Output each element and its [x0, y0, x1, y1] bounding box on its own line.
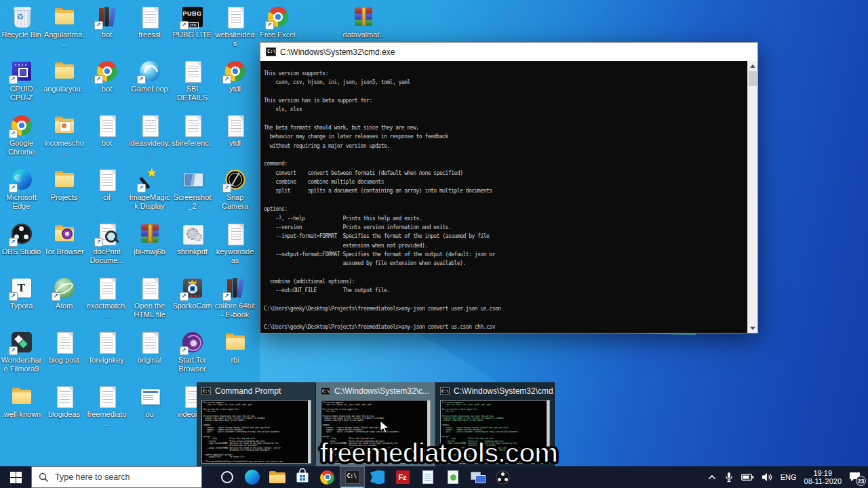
desktop-icon-angularima[interactable]: AngularIma...	[43, 5, 85, 47]
desktop-icon-gameloop[interactable]: ↗GameLoop	[128, 60, 171, 94]
desktop-icon-imagemagick-display[interactable]: ★↗ImageMagick Display	[128, 168, 171, 210]
winrar-icon	[350, 5, 377, 30]
desktop-icon-recycle-bin[interactable]: ♻Recycle Bin	[0, 5, 43, 39]
desktop-icon-screenshot-2[interactable]: Screenshot_2	[171, 168, 214, 210]
desktop-icon-ou[interactable]: ou	[128, 385, 171, 419]
close-icon[interactable]: ✕	[433, 386, 435, 396]
clock[interactable]: 19:19 08-11-2020	[804, 469, 842, 486]
taskbar-icon-file-explorer[interactable]	[264, 466, 290, 488]
desktop-icon-label: bot	[85, 30, 128, 39]
cmd-window[interactable]: C:\ C:\Windows\System32\cmd.exe This ver…	[260, 42, 758, 333]
desktop-icon-blog-post[interactable]: blog post	[43, 331, 85, 365]
desktop-icon-atom[interactable]: ↗Atom	[43, 277, 85, 310]
desktop-icon-free-excel[interactable]: ↗Free Excel	[256, 5, 299, 39]
desktop-icon-freessl[interactable]: freessl	[128, 5, 171, 39]
taskbar-icon-remote-desktop[interactable]	[465, 466, 490, 488]
scroll-down-icon[interactable]	[748, 323, 757, 333]
desktop-icon-label: GameLoop	[128, 85, 171, 94]
shortcut-arrow-icon: ↗	[94, 238, 103, 247]
notepad-icon	[422, 470, 433, 484]
preview-card-0[interactable]: C:\Command PromptThis version supports: …	[197, 382, 316, 466]
desktop-icon-exactmatch[interactable]: exactmatch...	[85, 277, 128, 319]
start-button[interactable]	[0, 466, 31, 488]
desktop-icon-bot[interactable]: ↗bot	[85, 60, 128, 94]
desktop-icon-original[interactable]: original	[128, 331, 171, 365]
battery-icon[interactable]	[741, 473, 754, 481]
taskbar-icon-edge[interactable]	[239, 466, 264, 488]
cmd-scrollbar[interactable]	[747, 61, 757, 333]
desktop-icon-ytdl[interactable]: ↗ytdl	[214, 60, 256, 94]
taskbar-icon-notepad-plus[interactable]	[440, 466, 465, 488]
desktop-icon-tor-browser[interactable]: Tor Browser	[43, 222, 85, 256]
desktop-icon-label: AngularIma...	[43, 30, 85, 47]
desktop-icon-cpuid-cpu-z[interactable]: ↗CPUID CPU-Z	[0, 60, 43, 102]
desktop-icon-google-chrome[interactable]: ↗Google Chrome	[0, 114, 43, 156]
desktop-icon-bot[interactable]: bot	[85, 114, 128, 148]
scrollbar-thumb[interactable]	[749, 71, 757, 86]
cmd-output-area[interactable]: This version supports: cson, csv, hjson,…	[260, 61, 748, 333]
desktop-icon-shrinkpdf[interactable]: shrinkpdf	[171, 222, 214, 256]
taskbar-icon-cortana[interactable]	[214, 466, 239, 488]
language-indicator[interactable]: ENG	[781, 473, 797, 481]
desktop-icon-foreignkey[interactable]: foreignkey	[85, 331, 128, 365]
preview-thumbnail[interactable]: This version supports: cson, csv, hjson,…	[201, 400, 311, 464]
preview-card-title: Command Prompt	[215, 386, 281, 396]
desktop-icon-docprint-docume[interactable]: ↗docPrint Docume...	[85, 222, 128, 264]
taskbar-icon-chrome[interactable]	[315, 466, 340, 488]
desktop-icon-bot[interactable]: ↗bot	[85, 5, 128, 39]
desktop-icon-ideasvideoy[interactable]: ideasvideoy...	[128, 114, 171, 156]
taskbar-icon-store[interactable]	[290, 466, 315, 488]
desktop-icon-websiteideas[interactable]: websiteideas	[214, 5, 256, 47]
taskbar-icon-obs[interactable]	[490, 466, 515, 488]
taskbar-icon-notepad[interactable]	[415, 466, 440, 488]
desktop-icon-open-the-html-file-i[interactable]: Open the HTML file i...	[128, 277, 171, 319]
shortcut-arrow-icon: ↗	[180, 346, 189, 355]
preview-thumbnail-text: This version supports: cson, csv, hjson,…	[202, 401, 311, 464]
doc-icon	[136, 114, 163, 138]
desktop-icon-angularyou[interactable]: angularyou...	[43, 60, 85, 102]
action-center-button[interactable]: 23	[849, 471, 863, 483]
obs-icon	[496, 470, 510, 485]
taskbar-icon-vscode[interactable]	[365, 466, 390, 488]
desktop-icon-sbireferenc[interactable]: sbireferenc...	[171, 114, 214, 156]
desktop-icon-start-tor-browser[interactable]: ↗Start Tor Browser	[171, 331, 214, 373]
desktop-icon-microsoft-edge[interactable]: ↗Microsoft Edge	[0, 168, 43, 210]
desktop-icon-freemediato[interactable]: freemediato...	[85, 385, 128, 427]
folder-icon	[51, 168, 78, 192]
desktop-icon-projects[interactable]: Projects	[43, 168, 85, 202]
taskbar-icon-filezilla[interactable]: Fz	[390, 466, 415, 488]
desktop-icon-ytdl[interactable]: ytdl	[214, 114, 256, 148]
speaker-icon[interactable]	[762, 472, 773, 482]
shortcut-arrow-icon: ↗	[9, 129, 18, 138]
filezilla-icon: Fz	[396, 470, 410, 484]
desktop-icon-rbi[interactable]: rbi	[214, 331, 256, 365]
desktop-icon-keywordideas[interactable]: keywordideas	[214, 222, 256, 264]
desktop-icon-cif[interactable]: cif	[85, 168, 128, 202]
desktop-icon-label: .well-known	[0, 410, 43, 419]
taskbar-icon-cmd[interactable]: C:\	[340, 466, 365, 488]
hidden-icons-chevron-icon[interactable]	[707, 473, 717, 481]
desktop-icon-label: bot	[85, 139, 128, 148]
microphone-icon[interactable]	[724, 472, 734, 483]
atom-icon: ↗	[51, 277, 78, 301]
torfolder-icon	[51, 222, 78, 247]
desktop-icon-snap-camera[interactable]: ↗Snap Camera	[214, 168, 256, 210]
desktop-icon-incomescho[interactable]: incomescho...	[43, 114, 85, 156]
desktop-icon-jbi-mwj6b[interactable]: jbi-mwj6b	[128, 222, 171, 256]
desktop-icon-pubg-lite[interactable]: PUBGLITE↗PUBG LITE	[171, 5, 214, 39]
scroll-up-icon[interactable]	[748, 61, 757, 70]
vscode-icon	[370, 470, 384, 485]
desktop-icon-sbi-details[interactable]: SBI DETAILS	[171, 60, 214, 102]
desktop-icon-wondershare-filmora9[interactable]: ↗Wondershare Filmora9	[0, 331, 43, 373]
desktop-icon-blogideas[interactable]: blogideas	[43, 385, 85, 419]
desktop-icon-datavalmat[interactable]: datavalmat...	[342, 5, 384, 47]
desktop-icon-sparkocam[interactable]: ↗SparkoCam	[171, 277, 214, 310]
desktop-icon-calibre-64bit-e-book-m[interactable]: ↗calibre 64bit - E-book m...	[214, 277, 256, 319]
doc-icon	[136, 331, 163, 355]
desktop-icon-typora[interactable]: T↗Typora	[0, 277, 43, 310]
desktop-icon-well-known[interactable]: .well-known	[0, 385, 43, 419]
search-input[interactable]: Type here to search	[31, 466, 202, 488]
desktop-icon-obs-studio[interactable]: ↗OBS Studio	[0, 222, 43, 256]
doc-icon	[51, 331, 78, 355]
cmd-window-titlebar[interactable]: C:\ C:\Windows\System32\cmd.exe	[260, 43, 757, 61]
